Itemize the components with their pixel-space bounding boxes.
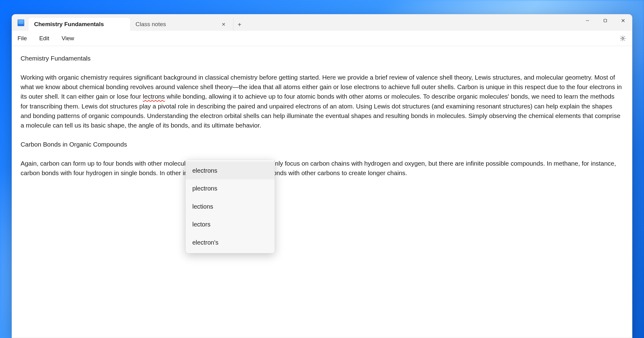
svg-rect-1 xyxy=(604,19,607,22)
spell-suggestion[interactable]: electrons xyxy=(186,162,275,179)
tab-label: Class notes xyxy=(135,21,220,28)
misspelled-word[interactable]: lectrons xyxy=(143,93,165,100)
close-button[interactable] xyxy=(614,14,632,27)
notepad-window: Chemistry Fundamentals Class notes ✕ + F… xyxy=(12,14,632,338)
menu-file[interactable]: File xyxy=(14,33,33,44)
spell-suggestion[interactable]: lections xyxy=(186,198,275,215)
section-heading: Carbon Bonds in Organic Compounds xyxy=(21,140,623,149)
gear-icon xyxy=(619,35,626,42)
minimize-button[interactable] xyxy=(579,14,596,27)
titlebar: Chemistry Fundamentals Class notes ✕ + xyxy=(12,14,632,31)
text-editor[interactable]: Chemistry Fundamentals Working with orga… xyxy=(12,46,632,338)
spell-suggestion[interactable]: lectors xyxy=(186,215,275,233)
menubar: File Edit View xyxy=(12,31,632,46)
document-title: Chemistry Fundamentals xyxy=(21,53,623,63)
tab-label: Chemistry Fundamentals xyxy=(34,21,126,28)
menu-edit[interactable]: Edit xyxy=(33,33,56,44)
notepad-app-icon xyxy=(18,19,24,26)
tab-strip: Chemistry Fundamentals Class notes ✕ + xyxy=(29,14,579,31)
spell-suggestion[interactable]: electron's xyxy=(186,234,275,251)
settings-button[interactable] xyxy=(617,32,629,45)
maximize-button[interactable] xyxy=(596,14,614,27)
tab-inactive[interactable]: Class notes ✕ xyxy=(130,18,231,31)
tab-active[interactable]: Chemistry Fundamentals xyxy=(29,18,130,31)
paragraph: Again, carbon can form up to four bonds … xyxy=(21,159,623,178)
paragraph: Working with organic chemistry requires … xyxy=(21,73,623,130)
menu-view[interactable]: View xyxy=(55,33,80,44)
close-icon[interactable]: ✕ xyxy=(220,21,227,28)
window-controls xyxy=(579,14,632,27)
new-tab-button[interactable]: + xyxy=(233,18,245,31)
plus-icon: + xyxy=(238,21,242,28)
spell-suggestion[interactable]: plectrons xyxy=(186,179,275,197)
spellcheck-menu: electrons plectrons lections lectors ele… xyxy=(186,160,275,253)
svg-point-4 xyxy=(622,37,624,39)
